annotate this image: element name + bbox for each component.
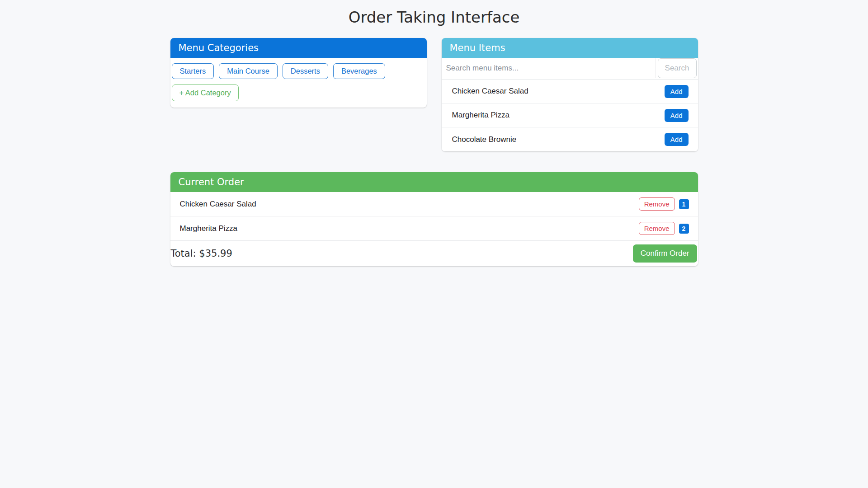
menu-items-list: Chicken Caesar Salad Add Margherita Pizz… (442, 80, 698, 151)
order-item-row: Margherita Pizza Remove 2 (170, 216, 698, 241)
category-button-desserts[interactable]: Desserts (283, 63, 328, 79)
current-order-panel: Current Order Chicken Caesar Salad Remov… (170, 172, 698, 266)
main-container: Menu Categories Starters Main Course Des… (170, 38, 698, 266)
menu-categories-body: Starters Main Course Desserts Beverages … (170, 58, 427, 108)
remove-item-button[interactable]: Remove (639, 222, 675, 235)
top-row: Menu Categories Starters Main Course Des… (170, 38, 698, 151)
menu-item-name: Chicken Caesar Salad (452, 87, 528, 96)
confirm-order-button[interactable]: Confirm Order (633, 244, 697, 263)
order-items-list: Chicken Caesar Salad Remove 1 Margherita… (170, 192, 698, 241)
search-input[interactable] (442, 58, 656, 78)
menu-categories-header: Menu Categories (170, 38, 427, 58)
add-category-button[interactable]: + Add Category (172, 84, 239, 101)
menu-items-title: Menu Items (450, 42, 505, 53)
quantity-badge: 2 (679, 224, 689, 234)
category-button-starters[interactable]: Starters (172, 63, 214, 79)
search-button[interactable]: Search (658, 58, 697, 78)
add-item-button[interactable]: Add (665, 133, 689, 146)
remove-item-button[interactable]: Remove (639, 197, 675, 211)
menu-item-row: Chocolate Brownie Add (442, 127, 698, 151)
menu-item-row: Margherita Pizza Add (442, 103, 698, 127)
current-order-title: Current Order (179, 177, 244, 188)
menu-item-name: Chocolate Brownie (452, 135, 517, 144)
menu-item-row: Chicken Caesar Salad Add (442, 80, 698, 103)
menu-items-header: Menu Items (442, 38, 698, 58)
order-item-controls: Remove 1 (639, 197, 689, 211)
search-row: Search (442, 58, 698, 80)
menu-item-name: Margherita Pizza (452, 111, 510, 120)
order-item-row: Chicken Caesar Salad Remove 1 (170, 192, 698, 216)
menu-categories-title: Menu Categories (179, 42, 259, 53)
category-button-beverages[interactable]: Beverages (333, 63, 385, 79)
order-item-controls: Remove 2 (639, 222, 689, 235)
order-footer: Total: $35.99 Confirm Order (170, 241, 698, 266)
order-item-name: Margherita Pizza (180, 224, 238, 233)
category-button-main-course[interactable]: Main Course (219, 63, 278, 79)
order-total: Total: $35.99 (171, 248, 232, 259)
current-order-header: Current Order (170, 172, 698, 192)
page-title: Order Taking Interface (0, 8, 868, 26)
quantity-badge: 1 (679, 199, 689, 209)
category-button-row: Starters Main Course Desserts Beverages (172, 63, 425, 79)
add-item-button[interactable]: Add (665, 85, 689, 98)
menu-categories-panel: Menu Categories Starters Main Course Des… (170, 38, 427, 108)
add-item-button[interactable]: Add (665, 109, 689, 122)
menu-items-panel: Menu Items Search Chicken Caesar Salad A… (442, 38, 698, 151)
order-item-name: Chicken Caesar Salad (180, 200, 256, 209)
